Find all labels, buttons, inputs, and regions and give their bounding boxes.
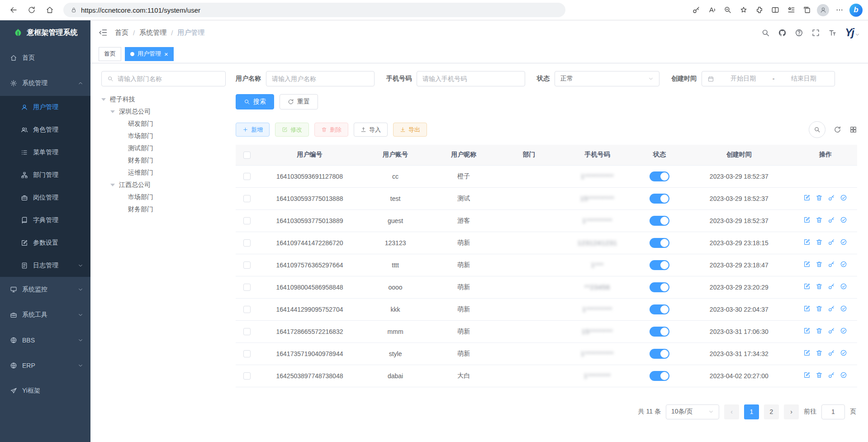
op-delete-icon[interactable] xyxy=(816,194,823,201)
prev-page-button[interactable]: ‹ xyxy=(724,404,739,419)
reset-button[interactable]: 重置 xyxy=(280,94,318,109)
user-avatar[interactable]: Yj xyxy=(845,27,860,38)
toggle-search-button[interactable] xyxy=(809,121,825,138)
favorites-bar-icon[interactable] xyxy=(783,2,798,18)
favorites-star-icon[interactable] xyxy=(736,2,751,18)
tree-node[interactable]: 橙子科技 xyxy=(101,93,226,105)
op-edit-icon[interactable] xyxy=(803,283,811,290)
op-edit-icon[interactable] xyxy=(803,349,811,356)
header-search-icon[interactable] xyxy=(761,29,770,37)
zoom-out-icon[interactable] xyxy=(720,2,735,18)
collapse-sidebar-icon[interactable] xyxy=(99,28,108,37)
split-screen-icon[interactable] xyxy=(768,2,783,18)
tree-node[interactable]: 江西总公司 xyxy=(101,179,226,191)
op-edit-icon[interactable] xyxy=(803,371,811,379)
status-toggle[interactable] xyxy=(650,260,669,270)
goto-page-input[interactable] xyxy=(821,404,845,419)
row-checkbox[interactable] xyxy=(243,328,251,335)
status-toggle[interactable] xyxy=(650,371,669,381)
export-button[interactable]: 导出 xyxy=(393,123,427,137)
page-1-button[interactable]: 1 xyxy=(744,404,759,419)
status-toggle[interactable] xyxy=(650,216,669,226)
close-tab-icon[interactable]: × xyxy=(164,51,168,57)
breadcrumb-system-management[interactable]: 系统管理 xyxy=(139,29,166,37)
tree-node[interactable]: 测试部门 xyxy=(101,142,226,154)
sidebar-item-log-management[interactable]: 日志管理 xyxy=(0,254,90,277)
status-toggle[interactable] xyxy=(650,194,669,204)
sidebar-item-post-management[interactable]: 岗位管理 xyxy=(0,186,90,209)
op-delete-icon[interactable] xyxy=(816,216,823,223)
row-checkbox[interactable] xyxy=(243,350,251,357)
delete-button[interactable]: 删除 xyxy=(314,123,348,137)
sidebar-item-role-management[interactable]: 角色管理 xyxy=(0,119,90,141)
row-checkbox[interactable] xyxy=(243,306,251,313)
select-all-checkbox[interactable] xyxy=(243,152,251,159)
op-reset-password-icon[interactable] xyxy=(828,238,835,246)
op-edit-icon[interactable] xyxy=(803,327,811,334)
browser-home-icon[interactable] xyxy=(42,2,58,18)
browser-profile-avatar[interactable] xyxy=(817,4,829,16)
op-edit-icon[interactable] xyxy=(803,305,811,312)
extensions-icon[interactable] xyxy=(752,2,767,18)
tree-node[interactable]: 市场部门 xyxy=(101,130,226,142)
dept-search-input[interactable] xyxy=(118,75,220,82)
refresh-table-icon[interactable] xyxy=(834,126,841,133)
sidebar-item-menu-management[interactable]: 菜单管理 xyxy=(0,141,90,164)
breadcrumb-home[interactable]: 首页 xyxy=(115,29,128,37)
import-button[interactable]: 导入 xyxy=(354,123,388,137)
phone-input[interactable] xyxy=(417,71,525,86)
op-edit-icon[interactable] xyxy=(803,216,811,223)
op-reset-password-icon[interactable] xyxy=(828,194,835,201)
op-assign-role-icon[interactable] xyxy=(840,305,847,312)
op-assign-role-icon[interactable] xyxy=(840,327,847,334)
sidebar-item-yi-framework[interactable]: Yi框架 xyxy=(0,378,90,404)
op-assign-role-icon[interactable] xyxy=(840,371,847,379)
expand-caret-icon[interactable] xyxy=(110,184,115,186)
tab-user-management[interactable]: 用户管理 × xyxy=(125,47,174,61)
sidebar-item-system-monitor[interactable]: 系统监控 xyxy=(0,277,90,302)
sidebar-item-home[interactable]: 首页 xyxy=(0,45,90,71)
op-delete-icon[interactable] xyxy=(816,238,823,246)
tab-home[interactable]: 首页 xyxy=(99,47,121,61)
add-button[interactable]: 新增 xyxy=(236,123,270,137)
sidebar-item-department-management[interactable]: 部门管理 xyxy=(0,164,90,186)
row-checkbox[interactable] xyxy=(243,195,251,202)
op-assign-role-icon[interactable] xyxy=(840,216,847,223)
tree-node[interactable]: 深圳总公司 xyxy=(101,105,226,118)
sidebar-item-system-management[interactable]: 系统管理 xyxy=(0,71,90,96)
font-size-icon[interactable] xyxy=(828,29,837,37)
column-settings-icon[interactable] xyxy=(849,126,857,133)
status-select[interactable]: 正常 xyxy=(555,71,659,86)
expand-caret-icon[interactable] xyxy=(101,98,106,101)
status-toggle[interactable] xyxy=(650,304,669,314)
sidebar-item-erp[interactable]: ERP xyxy=(0,353,90,378)
username-input[interactable] xyxy=(266,71,375,86)
status-toggle[interactable] xyxy=(650,282,669,292)
op-reset-password-icon[interactable] xyxy=(828,216,835,223)
op-reset-password-icon[interactable] xyxy=(828,261,835,268)
more-menu-icon[interactable] xyxy=(832,2,847,18)
status-toggle[interactable] xyxy=(650,327,669,337)
page-size-select[interactable]: 10条/页 xyxy=(666,404,719,419)
github-icon[interactable] xyxy=(778,29,787,37)
date-range-picker[interactable]: 开始日期 - 结束日期 xyxy=(702,71,835,86)
sidebar-item-parameter-settings[interactable]: 参数设置 xyxy=(0,232,90,254)
op-delete-icon[interactable] xyxy=(816,283,823,290)
op-reset-password-icon[interactable] xyxy=(828,349,835,356)
row-checkbox[interactable] xyxy=(243,372,251,380)
row-checkbox[interactable] xyxy=(243,217,251,224)
address-bar[interactable]: https://ccnetcore.com:1101/system/user xyxy=(63,3,565,17)
page-2-button[interactable]: 2 xyxy=(764,404,779,419)
password-key-icon[interactable] xyxy=(688,2,703,18)
row-checkbox[interactable] xyxy=(243,261,251,269)
op-reset-password-icon[interactable] xyxy=(828,371,835,379)
op-edit-icon[interactable] xyxy=(803,261,811,268)
tree-node[interactable]: 市场部门 xyxy=(101,191,226,203)
sidebar-item-user-management[interactable]: 用户管理 xyxy=(0,96,90,119)
tree-node[interactable]: 运维部门 xyxy=(101,166,226,179)
op-edit-icon[interactable] xyxy=(803,238,811,246)
status-toggle[interactable] xyxy=(650,238,669,248)
status-toggle[interactable] xyxy=(650,171,669,181)
read-aloud-icon[interactable] xyxy=(704,2,719,18)
op-delete-icon[interactable] xyxy=(816,349,823,356)
